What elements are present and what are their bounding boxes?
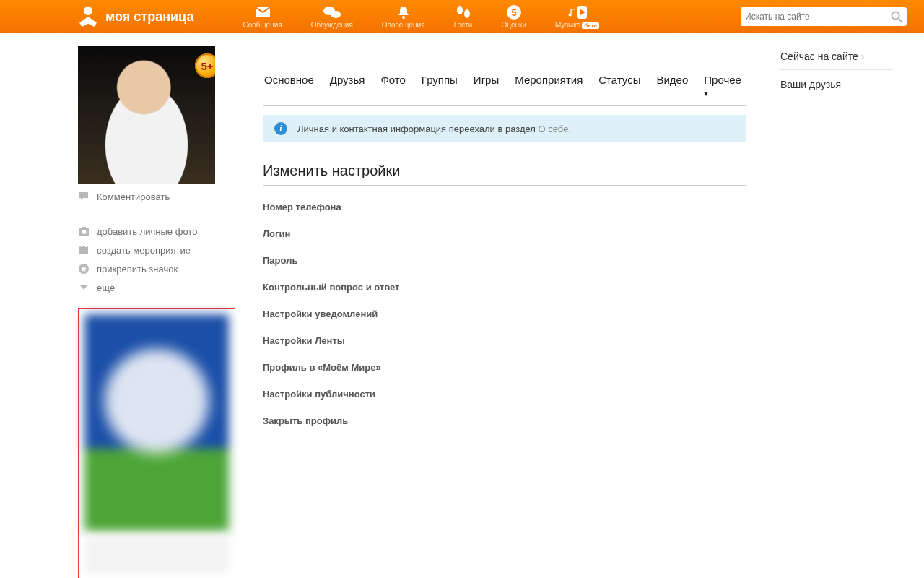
nav-label: Оценки [502, 21, 526, 29]
ad-banner[interactable] [78, 308, 235, 578]
chevron-right-icon: › [861, 51, 865, 62]
svg-point-8 [82, 230, 86, 234]
music-icon [568, 5, 587, 20]
more-actions-link[interactable]: ещё [78, 282, 228, 293]
nav-messages[interactable]: Сообщения [243, 5, 282, 29]
main-content: Основное Друзья Фото Группы Игры Меропри… [263, 46, 746, 578]
info-banner: i Личная и контактная информация перееха… [263, 115, 746, 142]
svg-rect-11 [85, 245, 87, 247]
setting-privacy[interactable]: Настройки публичности [263, 389, 746, 400]
play-icon [578, 6, 586, 19]
nav-guests[interactable]: Гости [454, 5, 473, 29]
action-label: создать мероприятие [97, 245, 191, 256]
tab-photo[interactable]: Фото [380, 74, 405, 98]
svg-rect-12 [79, 249, 88, 249]
comment-link[interactable]: Комментировать [78, 191, 228, 202]
five-circle-icon: 5 [505, 5, 523, 20]
brand-link[interactable]: моя страница [78, 7, 193, 27]
speech-bubble-icon [78, 191, 90, 202]
chevron-down-icon [78, 282, 90, 293]
tab-friends[interactable]: Друзья [330, 74, 365, 98]
your-friends-heading: Ваши друзья [780, 79, 892, 90]
setting-notifications[interactable]: Настройки уведомлений [263, 309, 746, 319]
settings-list: Номер телефона Логин Пароль Контрольный … [263, 202, 746, 426]
tab-groups[interactable]: Группы [422, 74, 458, 98]
tab-games[interactable]: Игры [474, 74, 499, 98]
nav-label: Музыкабета [555, 21, 599, 29]
calendar-icon [78, 244, 90, 256]
brand-text: моя страница [105, 9, 193, 25]
svg-point-7 [892, 12, 899, 20]
right-sidebar: Сейчас на сайте › Ваши друзья [780, 46, 892, 578]
search-input[interactable] [745, 12, 891, 22]
action-label: добавить личные фото [97, 226, 197, 237]
setting-close-profile[interactable]: Закрыть профиль [263, 415, 746, 426]
camera-icon [78, 225, 90, 237]
attach-badge-link[interactable]: прикрепить значок [78, 263, 228, 275]
tab-statuses[interactable]: Статусы [598, 74, 640, 98]
tab-events[interactable]: Мероприятия [515, 74, 583, 98]
svg-point-1 [331, 11, 341, 18]
nav-label: Обсуждения [311, 21, 353, 29]
bubbles-icon [323, 5, 341, 20]
nav-label: Сообщения [243, 21, 282, 29]
search-box[interactable] [741, 7, 907, 26]
nav-discussions[interactable]: Обсуждения [311, 5, 353, 29]
envelope-icon [253, 5, 272, 20]
nav-notifications[interactable]: Оповещения [382, 5, 425, 29]
top-navbar: моя страница Сообщения Обсуждения Оповещ… [0, 0, 924, 33]
bell-icon [394, 5, 413, 20]
nav-label: Оповещения [382, 21, 425, 29]
svg-point-3 [457, 6, 463, 14]
tab-main[interactable]: Основное [264, 74, 314, 98]
ad-text [84, 537, 229, 573]
svg-rect-9 [79, 246, 88, 254]
ad-image [84, 314, 229, 531]
setting-login[interactable]: Логин [263, 228, 746, 239]
nav-label: Гости [454, 21, 472, 29]
create-event-link[interactable]: создать мероприятие [78, 244, 228, 256]
nav-marks[interactable]: 5 Оценки [502, 5, 526, 29]
rating-badge: 5+ [195, 53, 215, 78]
profile-tabs: Основное Друзья Фото Группы Игры Меропри… [263, 74, 746, 106]
setting-feed[interactable]: Настройки Ленты [263, 335, 746, 346]
setting-phone[interactable]: Номер телефона [263, 202, 746, 212]
left-sidebar: 5+ Комментировать добавить личные фото с… [78, 46, 228, 578]
tab-video[interactable]: Видео [656, 74, 688, 98]
info-icon: i [274, 122, 287, 135]
footsteps-icon [454, 5, 473, 20]
svg-point-2 [402, 16, 405, 19]
action-label: ещё [97, 282, 115, 293]
ok-logo-icon [78, 7, 98, 27]
comment-label: Комментировать [97, 191, 170, 202]
now-online-link[interactable]: Сейчас на сайте › [780, 46, 892, 70]
setting-security-question[interactable]: Контрольный вопрос и ответ [263, 282, 746, 293]
star-circle-icon [78, 263, 90, 275]
about-link[interactable]: О себе [539, 124, 569, 134]
setting-password[interactable]: Пароль [263, 255, 746, 266]
profile-avatar[interactable]: 5+ [78, 46, 215, 184]
info-text: Личная и контактная информация переехали… [297, 124, 571, 134]
nav-music[interactable]: Музыкабета [555, 5, 599, 29]
action-label: прикрепить значок [97, 264, 178, 275]
svg-text:5: 5 [511, 7, 516, 18]
svg-rect-10 [81, 245, 82, 247]
setting-moimir-profile[interactable]: Профиль в «Моём Мире» [263, 362, 746, 373]
add-photos-link[interactable]: добавить личные фото [78, 225, 228, 237]
top-nav-icons: Сообщения Обсуждения Оповещения Гости 5 … [243, 5, 599, 29]
settings-heading: Изменить настройки [263, 163, 746, 186]
search-icon[interactable] [891, 11, 902, 22]
svg-point-4 [464, 9, 470, 18]
tab-more[interactable]: Прочее [704, 74, 744, 98]
